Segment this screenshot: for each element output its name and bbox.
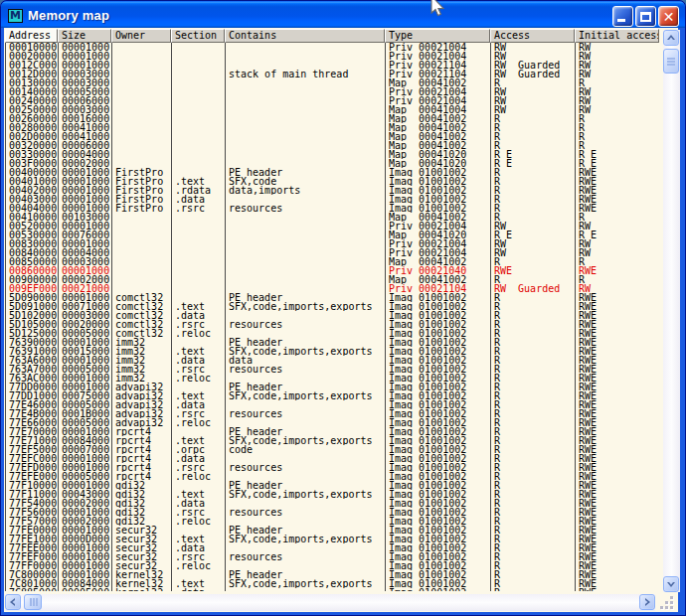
table-row[interactable]: 00520000 00001000 Priv 00021004 RW RW — [6, 222, 659, 231]
table-row[interactable]: 5D090000 00001000 comctl32 PE header Ima… — [6, 293, 659, 302]
title-bar[interactable]: M Memory map ✕ — [1, 1, 685, 28]
table-row[interactable]: 7C801000 00084000 kernel32 .text SFX,cod… — [6, 579, 659, 588]
cell-type: Imag 01001002 — [386, 347, 491, 356]
cell-owner — [112, 132, 172, 141]
table-row[interactable]: 77DD1000 00075000 advapi32 .text SFX,cod… — [6, 391, 659, 400]
table-row[interactable]: 003F0000 00002000 Map 00041020 R E R E — [6, 159, 659, 168]
column-header-type[interactable]: Type — [385, 29, 490, 43]
cell-size: 00006000 — [59, 141, 112, 150]
table-row[interactable]: 77F57000 00002000 gdi32 .reloc Imag 0100… — [6, 517, 659, 526]
table-row[interactable]: 77E46000 00005000 advapi32 .data Imag 01… — [6, 400, 659, 409]
table-row[interactable]: 002D0000 00041000 Map 00041002 R R — [6, 132, 659, 141]
cell-address: 002D0000 — [6, 132, 59, 141]
close-button[interactable]: ✕ — [658, 6, 679, 27]
table-row[interactable]: 0012D000 00003000 stack of main thread P… — [6, 70, 659, 78]
table-row[interactable]: 00140000 00005000 Priv 00021004 RW RW — [6, 87, 659, 96]
table-row[interactable]: 77DD0000 00001000 advapi32 PE header Ima… — [6, 383, 659, 391]
table-row[interactable]: 763AC000 00001000 imm32 .reloc Imag 0100… — [6, 374, 659, 383]
maximize-button[interactable] — [635, 6, 656, 27]
table-body[interactable]: 00010000 00001000 Priv 00021004 RW RW 00… — [5, 43, 659, 591]
cell-size: 00001000 — [59, 508, 112, 517]
table-row[interactable]: 76391000 00015000 imm32 .text SFX,code,i… — [6, 347, 659, 356]
vertical-scrollbar[interactable] — [663, 30, 680, 592]
cell-address: 77F56000 — [6, 508, 59, 517]
table-row[interactable]: 0012C000 00001000 Priv 00021104 RW Guard… — [6, 61, 659, 70]
table-row[interactable]: 77EF5000 00007000 rpcrt4 .orpc code Imag… — [6, 445, 659, 454]
table-row[interactable]: 77F56000 00001000 gdi32 .rsrc resources … — [6, 508, 659, 517]
table-row[interactable]: 00240000 00006000 Priv 00021004 RW RW — [6, 96, 659, 105]
table-row[interactable]: 00250000 00003000 Map 00041004 RW RW — [6, 105, 659, 114]
table-row[interactable]: 77FE0000 00001000 secur32 PE header Imag… — [6, 526, 659, 535]
cell-initial-access: RWE — [576, 383, 659, 391]
table-row[interactable]: 00830000 00001000 Priv 00021004 RW RW — [6, 239, 659, 248]
table-row[interactable]: 5D125000 00005000 comctl32 .reloc Imag 0… — [6, 329, 659, 338]
column-header-contains[interactable]: Contains — [225, 29, 385, 43]
table-row[interactable]: 7C885000 00005000 kernel32 .data Imag 01… — [6, 588, 659, 591]
table-row[interactable]: 00860000 00001000 Priv 00021040 RWE RWE — [6, 266, 659, 275]
table-row[interactable]: 77FE1000 0000D000 secur32 .text SFX,code… — [6, 535, 659, 543]
table-row[interactable]: 77E4B000 0001B000 advapi32 .rsrc resourc… — [6, 409, 659, 418]
horizontal-scroll-thumb[interactable] — [24, 594, 42, 610]
table-row[interactable]: 00010000 00001000 Priv 00021004 RW RW — [6, 43, 659, 52]
cell-address: 77E66000 — [6, 418, 59, 427]
cell-size: 00001000 — [59, 43, 112, 52]
table-row[interactable]: 77F10000 00001000 gdi32 PE header Imag 0… — [6, 481, 659, 490]
table-row[interactable]: 77FF0000 00001000 secur32 .reloc Imag 01… — [6, 561, 659, 570]
table-row[interactable]: 77E71000 00084000 rpcrt4 .text SFX,code,… — [6, 436, 659, 445]
table-row[interactable]: 7C800000 00001000 kernel32 PE header Ima… — [6, 570, 659, 579]
table-row[interactable]: 009EF000 00021000 Priv 00021104 RW Guard… — [6, 284, 659, 293]
scroll-up-button[interactable] — [663, 30, 679, 46]
scroll-left-button[interactable] — [5, 594, 21, 610]
cell-size: 00001000 — [59, 383, 112, 391]
table-row[interactable]: 77EFE000 00005000 rpcrt4 .reloc Imag 010… — [6, 472, 659, 481]
cell-address: 77FEF000 — [6, 552, 59, 561]
table-row[interactable]: 00280000 00041000 Map 00041002 R R — [6, 123, 659, 132]
cell-address: 77E46000 — [6, 400, 59, 409]
table-row[interactable]: 77EFD000 00001000 rpcrt4 .rsrc resources… — [6, 463, 659, 472]
table-row[interactable]: 00320000 00006000 Map 00041002 R R — [6, 141, 659, 150]
table-row[interactable]: 00900000 00002000 Map 00041002 R R — [6, 275, 659, 284]
minimize-button[interactable] — [612, 6, 633, 27]
table-row[interactable]: 00404000 00001000 FirstPro .rsrc resourc… — [6, 204, 659, 213]
table-row[interactable]: 00401000 00001000 FirstPro .text SFX,cod… — [6, 177, 659, 186]
cell-contains — [226, 132, 386, 141]
table-row[interactable]: 77EFC000 00001000 rpcrt4 .data Imag 0100… — [6, 454, 659, 463]
table-row[interactable]: 00530000 00076000 Map 00041020 R E R E — [6, 231, 659, 239]
table-row[interactable]: 00400000 00001000 FirstPro PE header Ima… — [6, 168, 659, 177]
vertical-scroll-thumb[interactable] — [663, 49, 679, 74]
table-row[interactable]: 5D091000 00071000 comctl32 .text SFX,cod… — [6, 302, 659, 311]
table-row[interactable]: 77FEF000 00001000 secur32 .rsrc resource… — [6, 552, 659, 561]
table-row[interactable]: 00403000 00001000 FirstPro .data Imag 01… — [6, 195, 659, 204]
column-header-access[interactable]: Access — [490, 29, 575, 43]
cell-size: 00001000 — [59, 61, 112, 70]
horizontal-scrollbar[interactable] — [5, 594, 655, 611]
table-row[interactable]: 00260000 00016000 Map 00041002 R R — [6, 114, 659, 123]
table-row[interactable]: 00410000 00103000 Map 00041002 R R — [6, 213, 659, 222]
resize-grip-icon[interactable] — [659, 595, 675, 611]
table-row[interactable]: 77E66000 00005000 advapi32 .reloc Imag 0… — [6, 418, 659, 427]
table-row[interactable]: 00840000 00004000 Priv 00021004 RW RW — [6, 248, 659, 257]
table-row[interactable]: 5D105000 00020000 comctl32 .rsrc resourc… — [6, 320, 659, 329]
table-row[interactable]: 00850000 00003000 Map 00041002 R R — [6, 257, 659, 266]
table-row[interactable]: 00130000 00003000 Map 00041002 R R — [6, 78, 659, 87]
table-row[interactable]: 77F11000 00043000 gdi32 .text SFX,code,i… — [6, 490, 659, 499]
column-header-owner[interactable]: Owner — [111, 29, 171, 43]
table-row[interactable]: 763A7000 00005000 imm32 .rsrc resources … — [6, 365, 659, 374]
table-row[interactable]: 77E70000 00001000 rpcrt4 PE header Imag … — [6, 427, 659, 436]
table-row[interactable]: 77FEE000 00001000 secur32 .data Imag 010… — [6, 543, 659, 552]
column-header-size[interactable]: Size — [58, 29, 111, 43]
column-header-initial-access[interactable]: Initial access — [575, 29, 659, 43]
table-row[interactable]: 763A6000 00001000 imm32 .data data Imag … — [6, 356, 659, 365]
column-header-address[interactable]: Address — [5, 29, 58, 43]
table-row[interactable]: 77F54000 00002000 gdi32 .data Imag 01001… — [6, 499, 659, 508]
table-row[interactable]: 00402000 00001000 FirstPro .rdata data,i… — [6, 186, 659, 195]
table-row[interactable]: 76390000 00001000 imm32 PE header Imag 0… — [6, 338, 659, 347]
scroll-down-button[interactable] — [663, 576, 679, 592]
table-row[interactable]: 00330000 00004000 Map 00041020 R E R E — [6, 150, 659, 159]
scroll-right-button[interactable] — [639, 594, 655, 610]
cell-owner: gdi32 — [112, 499, 172, 508]
cell-owner: secur32 — [112, 535, 172, 543]
table-row[interactable]: 5D102000 00003000 comctl32 .data Imag 01… — [6, 311, 659, 320]
table-row[interactable]: 00020000 00001000 Priv 00021004 RW RW — [6, 52, 659, 61]
column-header-section[interactable]: Section — [171, 29, 225, 43]
